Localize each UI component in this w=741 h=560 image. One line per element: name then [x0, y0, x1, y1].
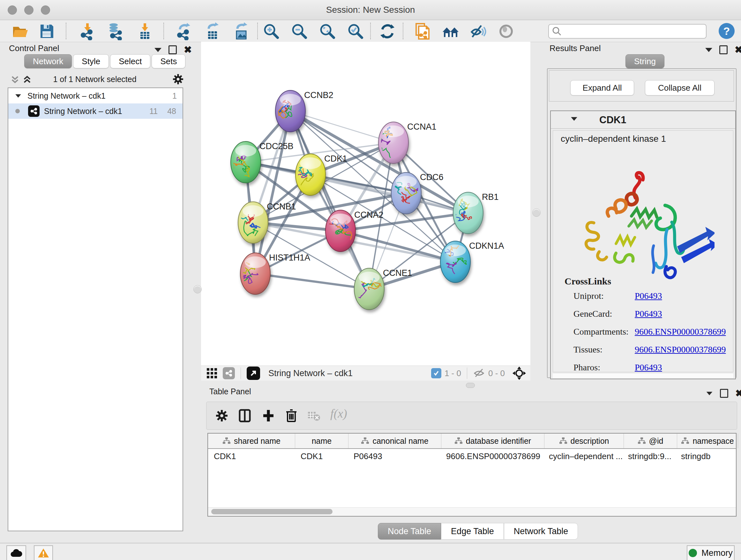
export-network-icon[interactable] [175, 22, 193, 40]
table-column-header[interactable]: shared name [208, 434, 295, 448]
hidden-elements-eye-icon[interactable] [473, 367, 485, 379]
card-scrollbar[interactable] [553, 374, 733, 378]
network-status-dot-icon [15, 109, 20, 113]
table-column-header[interactable]: database identifier [441, 434, 544, 448]
memory-button[interactable]: Memory [687, 545, 735, 560]
import-network-database-icon[interactable] [107, 22, 125, 40]
node-CCNA1[interactable]: CCNA1 [377, 122, 436, 164]
float-panel-icon[interactable] [720, 389, 728, 398]
birds-eye-view-icon[interactable] [497, 22, 515, 40]
panel-menu-icon[interactable] [705, 48, 712, 52]
table-column-header[interactable]: description [544, 434, 624, 448]
table-cell[interactable]: CDK1 [295, 449, 348, 463]
show-column-icon[interactable] [238, 409, 252, 423]
table-horizontal-scrollbar[interactable] [208, 507, 736, 516]
node-HIST1H1A[interactable]: HIST1H1A [231, 253, 310, 294]
float-panel-icon[interactable] [169, 45, 177, 54]
zoom-fit-icon[interactable] [319, 22, 336, 40]
crosslink-value-link[interactable]: 9606.ENSP00000378699 [635, 327, 726, 337]
table-column-header[interactable]: name [295, 434, 348, 448]
table-cell[interactable]: stringdb:9... [622, 449, 675, 463]
home-icon[interactable] [442, 22, 460, 40]
tab-select[interactable]: Select [110, 54, 150, 68]
zoom-in-icon[interactable] [262, 22, 280, 40]
tab-network[interactable]: Network [24, 54, 72, 68]
tab-network-table[interactable]: Network Table [504, 523, 578, 540]
node-CDK1[interactable]: CDK1 [290, 154, 347, 195]
tab-sets[interactable]: Sets [151, 54, 185, 68]
expand-collapse-row: Expand All Collapse All [549, 70, 734, 102]
node-CCNE1[interactable]: CCNE1 [354, 268, 412, 310]
network-view-canvas[interactable]: CCNB2CCNA1CDC25BCDK1CDC6RB1CCNB1CCNA2CDK… [201, 42, 530, 366]
import-network-file-icon[interactable] [78, 22, 96, 40]
network-options-gear-icon[interactable] [172, 73, 185, 85]
node-RB1[interactable]: RB1 [450, 192, 499, 234]
table-column-header[interactable]: namespace [677, 434, 738, 448]
export-image-icon[interactable] [232, 22, 250, 40]
float-panel-icon[interactable] [719, 45, 728, 54]
table-column-header[interactable]: canonical name [348, 434, 441, 448]
panel-menu-icon[interactable] [706, 391, 713, 395]
import-table-file-icon[interactable] [136, 22, 154, 40]
network-row[interactable]: String Network – cdk1 11 48 [8, 104, 183, 119]
close-panel-icon[interactable]: ✖ [184, 46, 192, 53]
node-CCNB2[interactable]: CCNB2 [275, 90, 333, 132]
tab-node-table[interactable]: Node Table [378, 523, 441, 540]
save-session-icon[interactable] [38, 22, 56, 40]
column-header-database-identifier: database identifier [466, 436, 531, 446]
export-table-icon[interactable] [204, 22, 221, 40]
string-network-graph[interactable]: CCNB2CCNA1CDC25BCDK1CDC6RB1CCNB1CCNA2CDK… [201, 42, 530, 366]
grid-view-icon[interactable] [206, 368, 218, 379]
tab-style[interactable]: Style [73, 54, 109, 68]
warnings-button[interactable] [34, 545, 53, 560]
node-label-CDK1: CDK1 [324, 154, 347, 164]
right-splitter-grip[interactable] [532, 208, 541, 217]
help-button[interactable]: ? [719, 23, 735, 39]
birds-eye-toggle-icon[interactable] [512, 366, 527, 381]
table-column-header[interactable]: @id [624, 434, 677, 448]
table-cell[interactable]: CDK1 [208, 449, 295, 463]
table-cell[interactable]: P06493 [348, 449, 441, 463]
delete-column-icon[interactable] [284, 409, 298, 423]
scrollbar-thumb[interactable] [211, 509, 333, 514]
open-session-icon[interactable] [11, 22, 29, 40]
open-in-cytoscape-web-icon[interactable] [414, 22, 431, 40]
tab-edge-table[interactable]: Edge Table [441, 523, 504, 540]
share-network-button[interactable] [223, 367, 235, 379]
node-CCNB1[interactable]: CCNB1 [237, 202, 296, 243]
create-column-icon[interactable] [261, 409, 275, 423]
collection-expand-icon[interactable] [15, 94, 21, 98]
collapse-all-button[interactable]: Collapse All [645, 80, 715, 96]
cloud-button[interactable] [6, 545, 26, 560]
open-view-external-button[interactable] [247, 367, 260, 380]
table-row[interactable]: CDK1CDK1P064939606.ENSP00000378699cyclin… [208, 449, 736, 463]
crosslink-value-link[interactable]: P06493 [635, 309, 662, 319]
crosslink-value-link[interactable]: 9606.ENSP00000378699 [635, 345, 726, 355]
close-panel-icon[interactable]: ✖ [735, 46, 741, 53]
close-panel-icon[interactable]: ✖ [735, 390, 741, 397]
node-details-header[interactable]: CDK1 [551, 111, 735, 129]
collapse-section-icon[interactable] [571, 117, 577, 121]
expand-all-button[interactable]: Expand All [570, 80, 634, 96]
network-collection-row[interactable]: String Network – cdk1 1 [8, 88, 183, 104]
search-box[interactable] [548, 24, 706, 39]
left-splitter-grip[interactable] [193, 285, 202, 294]
zoom-out-icon[interactable] [290, 22, 308, 40]
crosslink-value-link[interactable]: P06493 [635, 291, 662, 301]
panel-menu-icon[interactable] [154, 48, 161, 52]
selected-nodes-checkbox[interactable] [431, 368, 441, 378]
cloud-icon [10, 549, 22, 557]
table-options-gear-icon[interactable] [215, 409, 229, 423]
crosslink-value-link[interactable]: P06493 [635, 362, 662, 372]
table-cell[interactable]: 9606.ENSP00000378699 [441, 449, 543, 463]
results-panel-title: Results Panel [549, 44, 601, 53]
node-CDKN1A[interactable]: CDKN1A [440, 241, 504, 283]
table-cell[interactable]: cyclin–dependent ... [543, 449, 622, 463]
search-input[interactable] [565, 26, 706, 36]
tab-string[interactable]: String [625, 54, 664, 68]
table-cell[interactable]: stringdb [675, 449, 736, 463]
refresh-view-icon[interactable] [379, 22, 396, 40]
show-hide-graphics-details-icon[interactable] [469, 22, 487, 40]
node-CDC25B[interactable]: CDC25B [231, 141, 293, 183]
zoom-selected-icon[interactable] [347, 22, 364, 40]
